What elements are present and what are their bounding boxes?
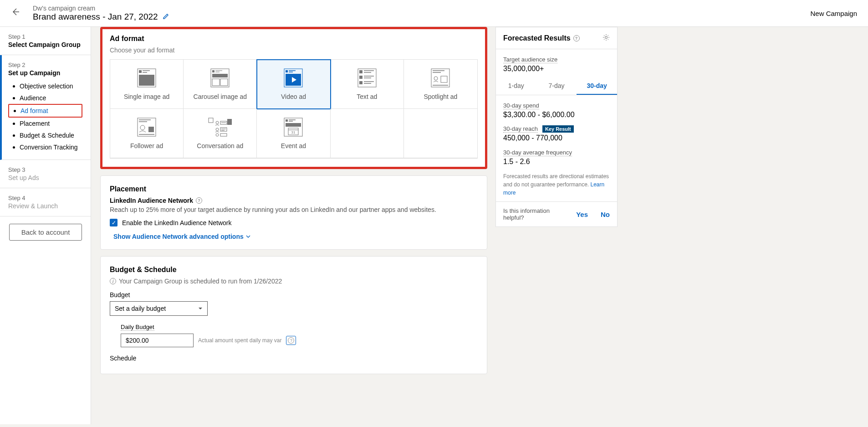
reach-label: 30-day reach	[503, 125, 538, 133]
step-num: Step 3	[8, 166, 82, 173]
sidebar-item-label: Ad format	[20, 107, 48, 114]
sidebar-item-label: Conversion Tracking	[20, 144, 78, 151]
step-num: Step 4	[8, 195, 82, 201]
format-label: Event ad	[281, 142, 306, 149]
format-event[interactable]: 31 Event ad	[257, 109, 330, 158]
sidebar-item-label: Placement	[20, 120, 50, 127]
helpful-no-button[interactable]: No	[601, 211, 610, 218]
sidebar-item-label: Objective selection	[20, 82, 73, 90]
sidebar-item-audience[interactable]: Audience	[8, 92, 82, 104]
page-header: Dw's campaign cream Brand awareness - Ja…	[0, 0, 868, 27]
sidebar-item-label: Audience	[20, 94, 46, 102]
svg-rect-18	[359, 70, 363, 73]
frequency-label: 30-day average frequency	[503, 149, 572, 156]
ad-format-card: Ad format Choose your ad format Single i…	[100, 27, 487, 169]
info-icon: i	[110, 278, 116, 284]
chevron-down-icon	[245, 234, 251, 239]
format-empty	[404, 109, 477, 158]
placement-card: Placement LinkedIn Audience Network ? Re…	[100, 175, 487, 250]
forecast-tab-1day[interactable]: 1-day	[496, 77, 536, 95]
ad-format-subtitle: Choose your ad format	[110, 46, 478, 54]
svg-point-40	[216, 121, 219, 124]
format-label: Spotlight ad	[424, 93, 457, 100]
arrow-left-icon	[11, 7, 20, 16]
svg-rect-10	[212, 79, 220, 86]
forecast-tab-30day[interactable]: 30-day	[577, 77, 617, 95]
svg-point-44	[216, 128, 219, 131]
sidebar-nav: Step 1 Select Campaign Group Step 2 Set …	[0, 27, 91, 424]
dropdown-caret-icon	[198, 306, 203, 311]
step-title: Set up Ads	[8, 174, 82, 181]
audience-size-value: 35,000,000+	[503, 65, 610, 73]
forecast-tab-7day[interactable]: 7-day	[536, 77, 577, 95]
budget-info-text: Your Campaign Group is scheduled to run …	[119, 278, 282, 285]
svg-rect-24	[359, 81, 363, 84]
svg-rect-11	[220, 79, 228, 86]
sidebar-item-budget-schedule[interactable]: Budget & Schedule	[8, 129, 82, 141]
settings-button[interactable]	[602, 34, 610, 42]
svg-rect-49	[220, 134, 227, 136]
format-text[interactable]: Text ad	[331, 60, 404, 109]
svg-rect-43	[227, 119, 232, 125]
header-titles: Dw's campaign cream Brand awareness - Ja…	[33, 5, 810, 22]
step-3[interactable]: Step 3 Set up Ads	[0, 160, 91, 188]
edit-name-button[interactable]	[163, 13, 169, 21]
audience-size-label: Target audience size	[503, 56, 557, 63]
back-to-account-button[interactable]: Back to account	[9, 224, 82, 241]
svg-point-36	[140, 125, 145, 130]
ad-format-grid: Single image ad Carousel image ad Video …	[110, 59, 478, 159]
format-follower[interactable]: Follower ad	[110, 109, 184, 158]
daily-budget-input[interactable]	[121, 334, 194, 347]
svg-rect-31	[441, 76, 447, 82]
step-1[interactable]: Step 1 Select Campaign Group	[0, 27, 91, 55]
placement-title: Placement	[110, 185, 478, 193]
forecast-results-card: Forecasted Results ? Target audience siz…	[495, 27, 618, 227]
format-empty	[331, 109, 404, 158]
sidebar-item-objective[interactable]: Objective selection	[8, 80, 82, 92]
svg-rect-4	[139, 75, 154, 86]
new-campaign-label: New Campaign	[810, 10, 857, 17]
svg-point-30	[434, 77, 438, 80]
format-carousel-image[interactable]: Carousel image ad	[184, 60, 257, 109]
single-image-ad-icon	[137, 68, 156, 87]
text-ad-icon	[357, 68, 377, 87]
step-4[interactable]: Step 4 Review & Launch	[0, 188, 91, 216]
back-arrow-button[interactable]	[11, 7, 20, 19]
ad-format-title: Ad format	[110, 35, 478, 43]
enable-network-checkbox[interactable]: ✓	[110, 219, 117, 226]
svg-text:31: 31	[291, 130, 296, 134]
format-label: Follower ad	[130, 142, 163, 149]
svg-rect-21	[359, 76, 363, 79]
budget-select-value: Set a daily budget	[115, 305, 166, 312]
format-label: Carousel image ad	[194, 93, 247, 100]
format-spotlight[interactable]: Spotlight ad	[404, 60, 477, 109]
sidebar-item-conversion-tracking[interactable]: Conversion Tracking	[8, 141, 82, 153]
svg-rect-51	[286, 119, 288, 122]
sidebar-item-label: Budget & Schedule	[20, 132, 74, 139]
budget-title: Budget & Schedule	[110, 266, 478, 274]
show-advanced-options-link[interactable]: Show Audience Network advanced options	[110, 233, 251, 240]
format-label: Text ad	[357, 93, 377, 100]
sidebar-item-ad-format[interactable]: Ad format	[8, 104, 82, 118]
svg-rect-54	[286, 123, 301, 127]
campaign-group-name: Dw's campaign cream	[33, 5, 810, 12]
sidebar-item-placement[interactable]: Placement	[8, 118, 82, 129]
gear-icon	[602, 34, 610, 41]
format-single-image[interactable]: Single image ad	[110, 60, 184, 109]
step-title: Select Campaign Group	[8, 41, 82, 48]
spend-value: $3,300.00 - $6,000.00	[503, 111, 610, 119]
frequency-value: 1.5 - 2.6	[503, 158, 610, 166]
helpful-yes-button[interactable]: Yes	[576, 211, 588, 218]
format-conversation[interactable]: Conversation ad	[184, 109, 257, 158]
format-label: Video ad	[281, 93, 306, 100]
format-video[interactable]: Video ad	[257, 60, 330, 109]
step-2: Step 2 Set up Campaign Objective selecti…	[0, 55, 91, 160]
svg-rect-13	[286, 70, 288, 72]
helpful-prompt: Is this information helpful?	[503, 207, 553, 221]
help-icon[interactable]: ?	[573, 35, 580, 41]
help-icon[interactable]: ?	[196, 197, 202, 204]
daily-budget-help-button[interactable]: ?	[286, 336, 296, 345]
budget-select[interactable]: Set a daily budget	[110, 301, 208, 316]
daily-budget-note: Actual amount spent daily may var	[198, 337, 281, 344]
forecast-title: Forecasted Results	[503, 34, 571, 42]
